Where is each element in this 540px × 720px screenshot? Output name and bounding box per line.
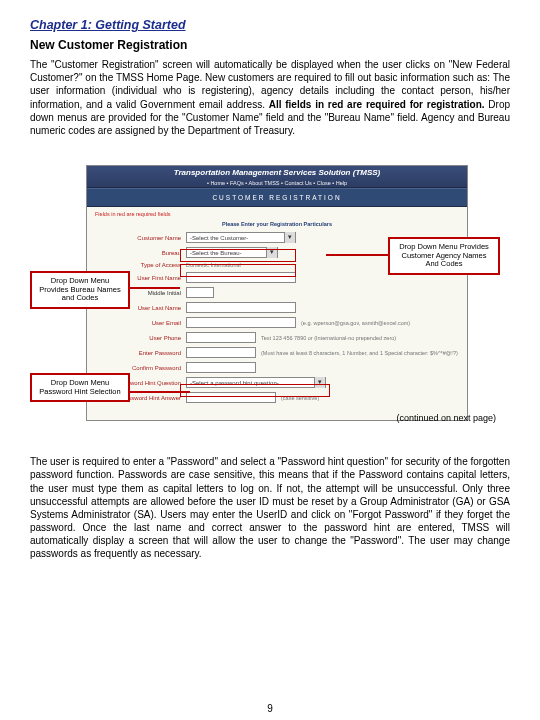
select-customer-name[interactable]: -Select the Customer- ▾ — [186, 232, 296, 243]
center-note: Please Enter your Registration Particula… — [95, 221, 459, 227]
required-note: Fields in red are required fields — [95, 211, 459, 217]
leader-line — [130, 287, 180, 289]
callout-password-hint-dropdown: Drop Down Menu Password Hint Selection — [30, 373, 130, 402]
section-title: New Customer Registration — [30, 38, 510, 52]
label-email: User Email — [95, 320, 181, 326]
nav-links: • Home • FAQs • About TMSS • Contact Us … — [87, 180, 467, 187]
leader-line — [130, 391, 190, 393]
hint-password: (Must have at least 8 characters, 1 Numb… — [261, 350, 459, 356]
label-bureau: Bureau — [95, 250, 181, 256]
highlight-bureau — [180, 264, 296, 277]
intro-part-bold: All fields in red are required for regis… — [269, 99, 485, 110]
row-email: User Email (e.g. wperson@gsa.gov, asmith… — [95, 317, 459, 328]
row-phone: User Phone Text 123 456 7890 or (Interna… — [95, 332, 459, 343]
input-email[interactable] — [186, 317, 296, 328]
highlight-customer-name — [180, 249, 296, 262]
row-last-name: User Last Name — [95, 302, 459, 313]
input-last-name[interactable] — [186, 302, 296, 313]
password-paragraph: The user is required to enter a "Passwor… — [30, 455, 510, 561]
screenshot: Transportation Management Services Solut… — [86, 165, 468, 421]
intro-paragraph: The "Customer Registration" screen will … — [30, 58, 510, 137]
hint-email: (e.g. wperson@gsa.gov, asmith@excel.com) — [301, 320, 410, 326]
chapter-title: Chapter 1: Getting Started — [30, 18, 510, 32]
callout-agency-dropdown: Drop Down Menu Provides Customer Agency … — [388, 237, 500, 275]
select-value: -Select the Customer- — [190, 235, 248, 241]
app-title: Transportation Management Services Solut… — [87, 166, 467, 180]
highlight-password-hint — [180, 384, 330, 397]
hint-phone: Text 123 456 7890 or (International-no p… — [261, 335, 396, 341]
continued-note: (continued on next page) — [396, 413, 496, 423]
row-confirm-password: Confirm Password — [95, 362, 459, 373]
input-middle-initial[interactable] — [186, 287, 214, 298]
label-access-type: Type of Access — [95, 262, 181, 268]
chevron-down-icon: ▾ — [284, 232, 295, 243]
row-password: Enter Password (Must have at least 8 cha… — [95, 347, 459, 358]
input-phone[interactable] — [186, 332, 256, 343]
input-password[interactable] — [186, 347, 256, 358]
leader-line — [326, 254, 388, 256]
screenshot-header: Transportation Management Services Solut… — [87, 166, 467, 188]
label-confirm-password: Confirm Password — [95, 365, 181, 371]
screenshot-band: CUSTOMER REGISTRATION — [87, 188, 467, 207]
label-phone: User Phone — [95, 335, 181, 341]
callout-bureau-dropdown: Drop Down Menu Provides Bureau Names and… — [30, 271, 130, 309]
page-number: 9 — [0, 703, 540, 714]
figure-wrap: Drop Down Menu Provides Customer Agency … — [30, 155, 510, 427]
label-password: Enter Password — [95, 350, 181, 356]
input-confirm-password[interactable] — [186, 362, 256, 373]
label-customer-name: Customer Name — [95, 235, 181, 241]
